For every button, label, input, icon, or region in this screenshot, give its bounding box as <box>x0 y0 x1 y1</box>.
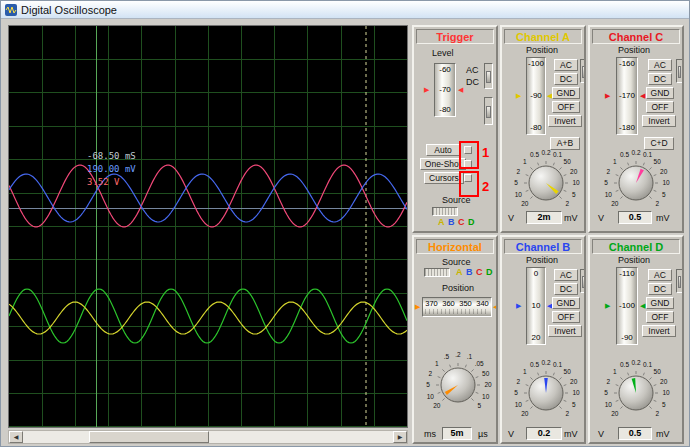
horizontal-position-label: Position <box>442 283 474 293</box>
channel-c-dc-button[interactable]: DC <box>648 73 672 85</box>
svg-text:10: 10 <box>572 179 580 186</box>
channel-d-dc-button[interactable]: DC <box>648 283 672 295</box>
channel-d-gnd-button[interactable]: GND <box>646 297 674 309</box>
channel-a-off-button[interactable]: OFF <box>552 101 580 113</box>
channel-c-gnd-button[interactable]: GND <box>646 87 674 99</box>
trigger-source-selector[interactable] <box>432 207 458 216</box>
horizontal-title: Horizontal <box>416 239 494 254</box>
channel-a-position-label: Position <box>526 45 558 55</box>
channel-b-dc-button[interactable]: DC <box>554 283 578 295</box>
channel-b-invert-button[interactable]: Invert <box>548 325 582 337</box>
channel-b-volts-label: V <box>508 429 514 439</box>
window-titlebar[interactable]: Digital Oscilloscope <box>1 1 689 19</box>
svg-text:1: 1 <box>613 158 617 165</box>
scale-tick-label: 20 <box>527 334 545 342</box>
svg-text:1: 1 <box>613 368 617 375</box>
scroll-left-button[interactable]: ◀ <box>9 431 23 443</box>
channel-b-title: Channel B <box>504 239 582 254</box>
channel-d-gain-knob[interactable]: 20105210.50.20.150201052 <box>592 353 680 435</box>
trigger-level-marker-right-icon: ◀ <box>458 86 463 93</box>
channel-b-ac-button[interactable]: AC <box>554 269 578 281</box>
channel-d-off-button[interactable]: OFF <box>646 311 674 323</box>
scale-tick-label: -160 <box>617 60 637 68</box>
svg-text:50: 50 <box>564 368 572 375</box>
svg-text:50: 50 <box>564 158 572 165</box>
channel-a-invert-button[interactable]: Invert <box>548 115 582 127</box>
svg-text:2: 2 <box>565 410 569 417</box>
channel-b-millivolts-label: mV <box>564 429 578 439</box>
scale-tick-label: 360 <box>442 299 455 308</box>
trigger-level-slider[interactable]: -60 -70 -80 <box>434 63 456 117</box>
channel-d-volts-label: V <box>598 429 604 439</box>
svg-text:10: 10 <box>572 389 580 396</box>
svg-text:10: 10 <box>427 393 435 400</box>
channel-d-scale-value[interactable]: 0.5 <box>618 427 652 440</box>
source-channel-b: B <box>466 267 473 277</box>
svg-text:2: 2 <box>655 410 659 417</box>
channel-d-title: Channel D <box>592 239 680 254</box>
channel-d-coupling-switch[interactable] <box>676 269 683 293</box>
horizontal-source-selector[interactable] <box>424 268 450 277</box>
window-title: Digital Oscilloscope <box>21 4 117 16</box>
svg-text:5: 5 <box>604 179 608 186</box>
channel-c-invert-button[interactable]: Invert <box>642 115 676 127</box>
channel-b-scale-value[interactable]: 0.2 <box>526 427 562 440</box>
scale-tick-label: -110 <box>617 270 637 278</box>
svg-text:2: 2 <box>606 168 610 175</box>
horizontal-position-slider[interactable]: 370 360 350 340 <box>422 297 492 317</box>
channel-b-coupling-switch[interactable] <box>580 269 586 293</box>
svg-text:2: 2 <box>606 378 610 385</box>
channel-d-position-slider[interactable]: -110 -100 -90 <box>616 267 638 345</box>
channel-c-title: Channel C <box>592 29 680 44</box>
right-arrow-icon: ▶ <box>398 434 403 440</box>
channel-a-panel: Channel A Position -100 -90 -80 ▶ ◀ AC D… <box>500 25 586 233</box>
channel-d-ac-button[interactable]: AC <box>648 269 672 281</box>
scale-tick-label: -170 <box>617 92 637 100</box>
trigger-level-label: Level <box>432 48 454 58</box>
trigger-auto-button[interactable]: Auto <box>426 144 460 156</box>
source-channel-d: D <box>468 217 475 227</box>
screen-scrollbar[interactable]: ◀ ▶ <box>8 430 408 444</box>
scroll-right-button[interactable]: ▶ <box>393 431 407 443</box>
svg-text:20: 20 <box>611 200 619 207</box>
left-arrow-icon: ◀ <box>14 434 19 440</box>
channel-a-coupling-switch[interactable] <box>580 59 586 83</box>
svg-text:0.2: 0.2 <box>631 149 640 156</box>
svg-text:20: 20 <box>660 378 668 385</box>
svg-text:1: 1 <box>523 158 527 165</box>
timebase-knob[interactable]: 2010521.5.2.1.055020105 <box>414 345 498 427</box>
channel-d-invert-button[interactable]: Invert <box>642 325 676 337</box>
channel-c-position-slider[interactable]: -160 -170 -180 <box>616 57 638 135</box>
channel-a-ac-button[interactable]: AC <box>554 59 578 71</box>
channel-c-scale-value[interactable]: 0.5 <box>618 211 652 224</box>
channel-a-scale-value[interactable]: 2m <box>526 211 562 224</box>
channel-b-off-button[interactable]: OFF <box>552 311 580 323</box>
svg-text:20: 20 <box>660 168 668 175</box>
svg-text:2: 2 <box>516 168 520 175</box>
channel-a-gnd-button[interactable]: GND <box>552 87 580 99</box>
trigger-edge-switch[interactable] <box>484 97 493 125</box>
channel-c-coupling-switch[interactable] <box>676 59 683 83</box>
channel-b-gnd-button[interactable]: GND <box>552 297 580 309</box>
source-channel-d: D <box>486 267 493 277</box>
trigger-dc-label: DC <box>466 77 479 87</box>
channel-b-position-slider[interactable]: 0 10 20 <box>526 267 546 345</box>
svg-text:0.2: 0.2 <box>541 149 550 156</box>
svg-text:10: 10 <box>482 393 490 400</box>
scale-tick-label: 10 <box>527 302 545 310</box>
svg-text:2: 2 <box>565 200 569 207</box>
channel-b-gain-knob[interactable]: 20105210.50.20.150201052 <box>502 353 586 435</box>
channel-a-millivolts-label: mV <box>564 213 578 223</box>
channel-c-ac-button[interactable]: AC <box>648 59 672 71</box>
trigger-cursors-button[interactable]: Cursors <box>424 172 464 184</box>
scale-tick-label: -100 <box>527 60 545 68</box>
scrollbar-thumb[interactable] <box>89 431 209 443</box>
channel-a-dc-button[interactable]: DC <box>554 73 578 85</box>
svg-text:20: 20 <box>611 410 619 417</box>
oscilloscope-window: Digital Oscilloscope -68.50 mS190.00 mV3… <box>0 0 690 447</box>
channel-c-off-button[interactable]: OFF <box>646 101 674 113</box>
timebase-value[interactable]: 5m <box>442 427 472 440</box>
trigger-coupling-switch[interactable] <box>484 63 493 89</box>
channel-a-position-slider[interactable]: -100 -90 -80 <box>526 57 546 135</box>
horizontal-source-label: Source <box>442 257 471 267</box>
